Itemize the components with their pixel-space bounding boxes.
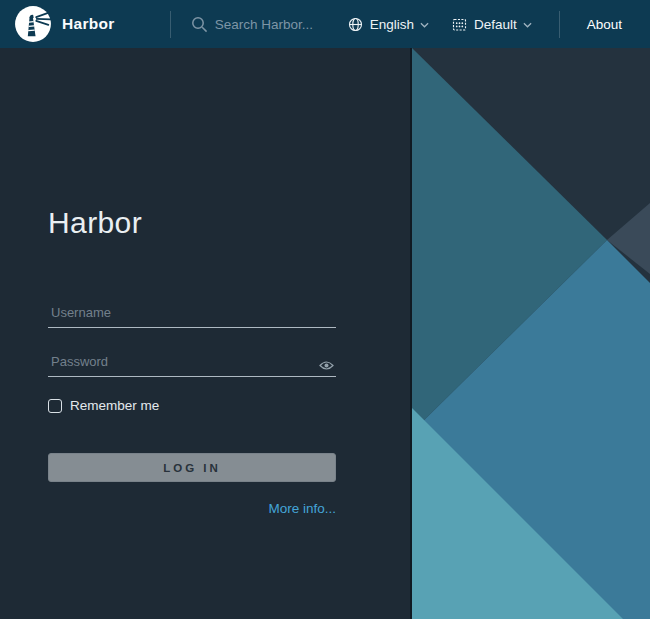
username-field-wrap — [48, 303, 336, 328]
chevron-down-icon — [420, 22, 429, 28]
header: Harbor English — [0, 0, 650, 48]
background-graphic-panel — [410, 48, 650, 619]
harbor-login-page: Harbor English — [0, 0, 650, 619]
page-title: Harbor — [48, 205, 336, 241]
more-info-link[interactable]: More info... — [268, 501, 336, 516]
globe-icon — [348, 17, 363, 32]
password-visibility-toggle[interactable] — [319, 360, 334, 371]
password-field-wrap — [48, 352, 336, 377]
username-input[interactable] — [48, 303, 336, 328]
remember-me-row: Remember me — [48, 398, 336, 413]
login-panel: Harbor Remember me — [0, 48, 410, 619]
language-label: English — [370, 17, 414, 32]
theme-dropdown[interactable]: Default — [452, 17, 532, 32]
remember-me-label: Remember me — [70, 398, 159, 413]
header-divider — [170, 11, 171, 38]
header-divider — [559, 11, 560, 38]
more-info-row: More info... — [48, 499, 336, 517]
header-search — [191, 16, 348, 33]
harbor-lighthouse-icon — [14, 5, 52, 43]
theme-label: Default — [474, 17, 517, 32]
remember-me-checkbox[interactable] — [48, 399, 62, 413]
log-in-button[interactable]: LOG IN — [48, 453, 336, 482]
eye-icon — [319, 360, 334, 371]
geometric-background — [412, 48, 650, 619]
search-icon — [191, 16, 208, 33]
search-input[interactable] — [213, 16, 348, 33]
brand-title[interactable]: Harbor — [62, 15, 115, 33]
password-input[interactable] — [48, 352, 336, 377]
harbor-logo[interactable] — [14, 5, 52, 43]
theme-grid-icon — [452, 17, 467, 32]
main: Harbor Remember me — [0, 48, 650, 619]
chevron-down-icon — [523, 22, 532, 28]
about-link[interactable]: About — [587, 17, 622, 32]
language-dropdown[interactable]: English — [348, 17, 429, 32]
